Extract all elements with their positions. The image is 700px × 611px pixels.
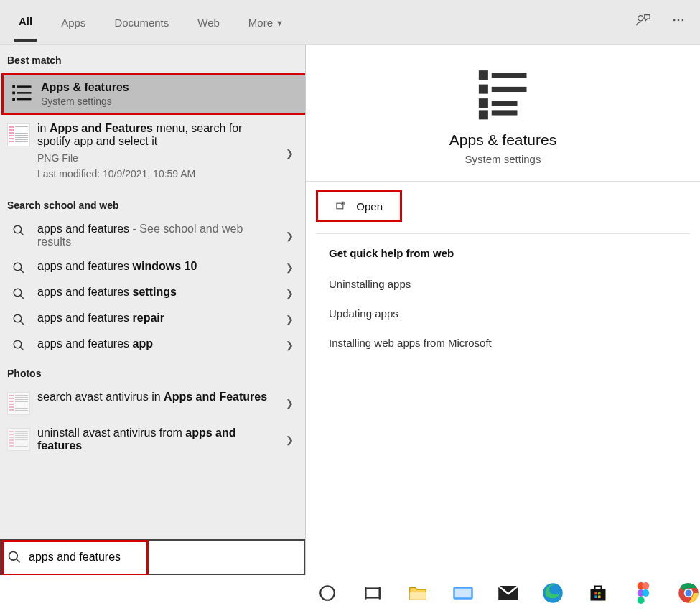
svg-rect-42: [598, 592, 601, 595]
results-panel: Best match Apps & features System settin…: [0, 45, 305, 575]
result-png-file[interactable]: in Apps and Features menu, search for sp…: [0, 116, 305, 190]
search-box[interactable]: [0, 539, 305, 575]
apps-features-icon: [11, 83, 34, 104]
svg-rect-44: [598, 596, 601, 599]
apps-features-large-icon: [475, 65, 531, 123]
search-icon: [7, 550, 22, 564]
svg-point-14: [14, 289, 22, 297]
svg-line-21: [17, 559, 20, 563]
feedback-icon[interactable]: [635, 12, 651, 32]
taskbar-figma-icon[interactable]: [631, 581, 655, 605]
taskbar-cortana-icon[interactable]: [316, 581, 340, 605]
svg-point-18: [14, 340, 22, 348]
svg-rect-6: [12, 92, 15, 95]
taskbar: [0, 575, 700, 611]
svg-rect-27: [491, 101, 517, 106]
svg-rect-26: [480, 100, 487, 107]
svg-rect-22: [480, 72, 487, 79]
taskbar-keyboard-icon[interactable]: [451, 581, 475, 605]
result-apps-and-features[interactable]: Apps & features System settings: [1, 73, 305, 115]
help-link-install-web[interactable]: Installing web apps from Microsoft: [306, 328, 700, 358]
taskbar-mail-icon[interactable]: [496, 581, 520, 605]
svg-point-52: [685, 590, 691, 597]
svg-line-15: [20, 295, 24, 299]
svg-rect-7: [17, 92, 32, 94]
preview-panel: Apps & features System settings Open Get…: [305, 45, 700, 575]
svg-point-31: [321, 586, 335, 600]
result-web-3[interactable]: apps and features settings ❯: [0, 280, 305, 306]
svg-point-20: [9, 552, 18, 561]
filter-tabs-bar: All Apps Documents Web More ▼: [0, 0, 700, 45]
result-web-5[interactable]: apps and features app ❯: [0, 332, 305, 358]
chevron-right-icon: ❯: [286, 148, 294, 159]
svg-point-2: [678, 19, 680, 22]
preview-title: Apps & features: [449, 131, 556, 149]
svg-line-17: [20, 321, 24, 325]
svg-line-19: [20, 347, 24, 350]
svg-rect-41: [594, 592, 597, 595]
section-photos: Photos: [0, 358, 305, 385]
photo-thumbnail-icon: [7, 392, 30, 415]
search-icon: [7, 339, 30, 352]
svg-rect-29: [491, 110, 517, 115]
svg-rect-24: [480, 85, 487, 93]
svg-point-1: [673, 19, 676, 22]
tab-web[interactable]: Web: [193, 4, 224, 40]
tab-all[interactable]: All: [14, 2, 37, 42]
result-web-4[interactable]: apps and features repair ❯: [0, 306, 305, 332]
svg-rect-9: [17, 98, 32, 101]
taskbar-store-icon[interactable]: [587, 581, 610, 605]
search-icon: [7, 287, 30, 300]
result-web-2[interactable]: apps and features windows 10 ❯: [0, 254, 305, 280]
svg-point-0: [638, 16, 643, 21]
svg-rect-8: [12, 98, 15, 101]
help-link-update[interactable]: Updating apps: [306, 299, 700, 328]
svg-point-49: [638, 597, 645, 604]
search-input[interactable]: [29, 551, 298, 564]
section-best-match: Best match: [0, 45, 305, 72]
taskbar-taskview-icon[interactable]: [361, 581, 385, 605]
chevron-right-icon: ❯: [286, 288, 294, 299]
help-heading: Get quick help from web: [306, 247, 700, 269]
svg-rect-35: [410, 592, 426, 600]
png-thumbnail-icon: [7, 123, 30, 146]
section-search-web: Search school and web: [0, 190, 305, 217]
result-photo-1[interactable]: search avast antivirus in Apps and Featu…: [0, 385, 305, 421]
svg-point-46: [642, 582, 649, 589]
help-link-uninstall[interactable]: Uninstalling apps: [306, 269, 700, 299]
search-icon: [7, 224, 30, 237]
svg-line-13: [20, 269, 24, 273]
svg-point-16: [14, 314, 22, 322]
tab-apps[interactable]: Apps: [57, 4, 90, 40]
result-photo-2[interactable]: uninstall avast antivirus from apps and …: [0, 421, 305, 458]
svg-point-12: [14, 263, 22, 271]
result-web-1[interactable]: apps and features - See school and web r…: [0, 217, 305, 254]
open-button[interactable]: Open: [316, 190, 402, 222]
preview-subtitle: System settings: [465, 153, 541, 165]
chevron-down-icon: ▼: [276, 19, 284, 27]
tab-more[interactable]: More ▼: [244, 4, 288, 40]
svg-rect-4: [12, 85, 15, 88]
svg-rect-32: [365, 589, 380, 598]
tab-documents[interactable]: Documents: [110, 4, 173, 40]
taskbar-file-explorer-icon[interactable]: [406, 581, 430, 605]
open-icon: [335, 200, 346, 213]
taskbar-chrome-icon[interactable]: [676, 581, 700, 605]
svg-rect-5: [17, 85, 32, 88]
svg-rect-40: [591, 589, 606, 600]
svg-line-11: [20, 232, 24, 235]
svg-point-10: [14, 225, 22, 233]
chevron-right-icon: ❯: [286, 340, 294, 350]
search-icon: [7, 261, 30, 274]
svg-rect-37: [454, 589, 471, 598]
svg-point-48: [642, 589, 649, 597]
chevron-right-icon: ❯: [286, 434, 294, 445]
svg-rect-43: [594, 596, 597, 599]
taskbar-edge-icon[interactable]: [541, 581, 565, 605]
chevron-right-icon: ❯: [286, 398, 294, 409]
chevron-right-icon: ❯: [286, 230, 294, 241]
more-options-icon[interactable]: [671, 13, 686, 31]
photo-thumbnail-icon: [7, 428, 30, 451]
chevron-right-icon: ❯: [286, 262, 294, 273]
search-icon: [7, 313, 30, 326]
